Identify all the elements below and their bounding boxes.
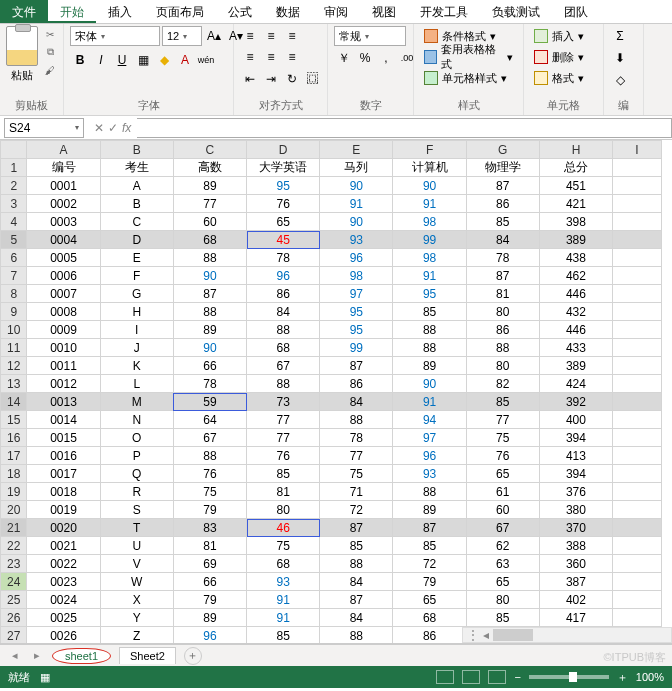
view-break-icon[interactable]: [488, 670, 506, 684]
cell[interactable]: 85: [393, 537, 466, 555]
cell[interactable]: [613, 483, 662, 501]
sheet-nav-prev-icon[interactable]: ◂: [8, 649, 22, 662]
tab-home[interactable]: 开始: [48, 0, 96, 23]
cell[interactable]: 88: [393, 339, 466, 357]
fill-color-icon[interactable]: ◆: [154, 50, 174, 70]
cell[interactable]: 85: [466, 213, 539, 231]
cell[interactable]: 85: [320, 537, 393, 555]
cell[interactable]: 87: [320, 357, 393, 375]
row-header-3[interactable]: 3: [1, 195, 27, 213]
italic-button[interactable]: I: [91, 50, 111, 70]
cell[interactable]: [613, 519, 662, 537]
font-size-combo[interactable]: 12▾: [162, 26, 202, 46]
cell[interactable]: 88: [247, 321, 320, 339]
col-header-H[interactable]: H: [539, 141, 612, 159]
zoom-slider[interactable]: [529, 675, 609, 679]
row-header-22[interactable]: 22: [1, 537, 27, 555]
cell[interactable]: Q: [100, 465, 173, 483]
cell[interactable]: 95: [247, 177, 320, 195]
cell[interactable]: 89: [173, 321, 246, 339]
cell[interactable]: 95: [320, 303, 393, 321]
cell[interactable]: 398: [539, 213, 612, 231]
view-layout-icon[interactable]: [462, 670, 480, 684]
row-header-15[interactable]: 15: [1, 411, 27, 429]
cell[interactable]: 66: [173, 573, 246, 591]
cell[interactable]: 68: [247, 555, 320, 573]
row-header-4[interactable]: 4: [1, 213, 27, 231]
row-header-6[interactable]: 6: [1, 249, 27, 267]
cell[interactable]: 0023: [27, 573, 100, 591]
cell[interactable]: 88: [320, 627, 393, 645]
cell[interactable]: 86: [247, 285, 320, 303]
cell[interactable]: 77: [320, 447, 393, 465]
cell[interactable]: 0004: [27, 231, 100, 249]
cell[interactable]: 413: [539, 447, 612, 465]
fx-icon[interactable]: fx: [122, 121, 131, 135]
sheet-tab-1[interactable]: sheet1: [52, 648, 111, 664]
row-header-1[interactable]: 1: [1, 159, 27, 177]
cell[interactable]: Z: [100, 627, 173, 645]
cell[interactable]: [613, 393, 662, 411]
cell[interactable]: 77: [466, 411, 539, 429]
add-sheet-icon[interactable]: ＋: [184, 647, 202, 665]
cell[interactable]: [613, 411, 662, 429]
format-painter-icon[interactable]: 🖌: [42, 62, 58, 78]
cell[interactable]: 89: [173, 609, 246, 627]
cell[interactable]: 0003: [27, 213, 100, 231]
col-header-A[interactable]: A: [27, 141, 100, 159]
cell[interactable]: 67: [173, 429, 246, 447]
tab-layout[interactable]: 页面布局: [144, 0, 216, 23]
cell[interactable]: 75: [173, 483, 246, 501]
cell[interactable]: R: [100, 483, 173, 501]
cell[interactable]: 76: [247, 195, 320, 213]
cell[interactable]: 81: [466, 285, 539, 303]
name-box[interactable]: S24▾: [4, 118, 84, 138]
align-left-icon[interactable]: ≡: [240, 47, 260, 67]
zoom-in-icon[interactable]: ＋: [617, 670, 628, 685]
cell[interactable]: 88: [466, 339, 539, 357]
cell[interactable]: 89: [173, 177, 246, 195]
cell[interactable]: 97: [320, 285, 393, 303]
cell[interactable]: 96: [393, 447, 466, 465]
cell[interactable]: 446: [539, 285, 612, 303]
cell[interactable]: 88: [247, 375, 320, 393]
cell[interactable]: 79: [173, 501, 246, 519]
cell[interactable]: I: [100, 321, 173, 339]
cell[interactable]: 89: [393, 501, 466, 519]
cell[interactable]: 73: [247, 393, 320, 411]
cell[interactable]: 60: [173, 213, 246, 231]
cell[interactable]: 402: [539, 591, 612, 609]
cell[interactable]: 76: [247, 447, 320, 465]
cell[interactable]: 76: [173, 465, 246, 483]
cell[interactable]: M: [100, 393, 173, 411]
align-right-icon[interactable]: ≡: [282, 47, 302, 67]
header-cell[interactable]: 高数: [173, 159, 246, 177]
cell[interactable]: 97: [393, 429, 466, 447]
cell[interactable]: [613, 267, 662, 285]
cell[interactable]: [613, 465, 662, 483]
cell[interactable]: 75: [320, 465, 393, 483]
cell[interactable]: 95: [393, 285, 466, 303]
cell[interactable]: 81: [247, 483, 320, 501]
header-cell[interactable]: 编号: [27, 159, 100, 177]
align-center-icon[interactable]: ≡: [261, 47, 281, 67]
sheet-nav-next-icon[interactable]: ▸: [30, 649, 44, 662]
cell[interactable]: 84: [320, 609, 393, 627]
cell[interactable]: 85: [247, 627, 320, 645]
cell[interactable]: J: [100, 339, 173, 357]
cell[interactable]: 86: [466, 195, 539, 213]
cell[interactable]: P: [100, 447, 173, 465]
cell[interactable]: [613, 195, 662, 213]
align-mid-icon[interactable]: ≡: [261, 26, 281, 46]
cell[interactable]: K: [100, 357, 173, 375]
cell[interactable]: 392: [539, 393, 612, 411]
cell[interactable]: [613, 231, 662, 249]
cell[interactable]: 80: [466, 591, 539, 609]
cell[interactable]: 63: [466, 555, 539, 573]
tab-team[interactable]: 团队: [552, 0, 600, 23]
cell[interactable]: [613, 447, 662, 465]
orientation-icon[interactable]: ↻: [282, 69, 302, 89]
cell[interactable]: 96: [320, 249, 393, 267]
row-header-21[interactable]: 21: [1, 519, 27, 537]
cell[interactable]: 78: [466, 249, 539, 267]
